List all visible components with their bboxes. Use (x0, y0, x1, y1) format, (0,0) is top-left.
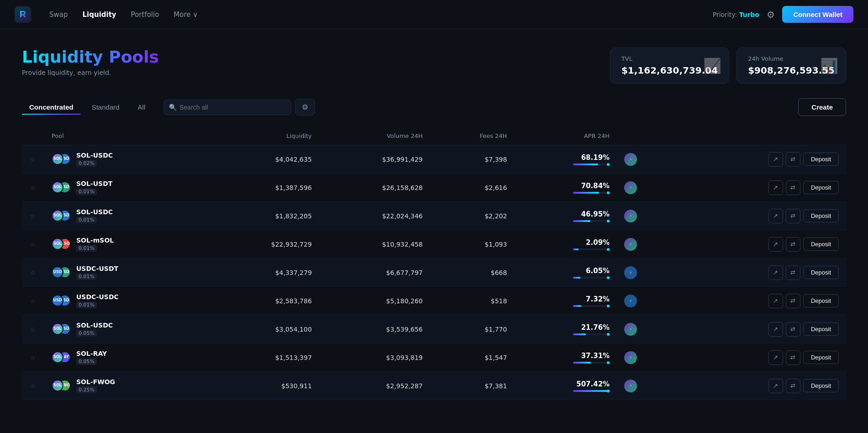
star-button[interactable]: ☆ (29, 353, 37, 362)
swap-button[interactable]: ⇄ (786, 237, 800, 252)
star-button[interactable]: ☆ (29, 325, 37, 334)
apr-value: 6.05% (586, 267, 610, 275)
reward-icon: ⚡ (624, 210, 637, 222)
swap-button[interactable]: ⇄ (786, 294, 800, 308)
action-cell: ↗ ⇄ Deposit (676, 202, 846, 230)
token-icon-1: USD (52, 295, 63, 306)
star-button[interactable]: ☆ (29, 268, 37, 277)
chart-button[interactable]: ↗ (768, 180, 783, 195)
th-liquidity: Liquidity (208, 127, 319, 145)
pool-cell: SOL mSO SOL-mSOL 0.01% (44, 230, 208, 259)
star-button[interactable]: ☆ (29, 240, 37, 249)
reward-icon: ⚡ (624, 295, 637, 307)
nav-liquidity[interactable]: Liquidity (83, 11, 116, 19)
settings-button[interactable]: ⚙ (767, 9, 775, 20)
th-fees: Fees 24H (430, 127, 515, 145)
tvl-card: TVL $1,162,630,739.04 📈 (610, 48, 729, 84)
nav-more[interactable]: More ∨ (174, 11, 198, 19)
liquidity-cell: $530,911 (208, 372, 319, 400)
tab-all[interactable]: All (131, 100, 153, 115)
swap-button[interactable]: ⇄ (786, 265, 800, 280)
reward-cell: ⚡ (617, 372, 675, 400)
tab-standard[interactable]: Standard (84, 100, 127, 115)
nav-swap[interactable]: Swap (49, 11, 68, 19)
swap-button[interactable]: ⇄ (786, 180, 800, 195)
swap-button[interactable]: ⇄ (786, 152, 800, 167)
token-icon-1: USD (52, 266, 63, 278)
token-icons: USD USD (52, 266, 72, 279)
priority-value: Turbo (739, 11, 760, 18)
deposit-button[interactable]: Deposit (803, 266, 839, 279)
chart-button[interactable]: ↗ (768, 322, 783, 337)
token-icon-1: SOL (52, 181, 63, 193)
pool-name: USDC-USDC (76, 293, 119, 301)
pool-name: SOL-USDC (76, 322, 113, 329)
apr-cell: 2.09% (514, 230, 617, 259)
reward-icon: ⚡ (624, 351, 637, 364)
star-button[interactable]: ☆ (29, 211, 37, 221)
deposit-button[interactable]: Deposit (803, 379, 839, 392)
token-icons: SOL USD (52, 210, 72, 222)
deposit-button[interactable]: Deposit (803, 153, 839, 166)
star-button[interactable]: ☆ (29, 381, 37, 391)
swap-button[interactable]: ⇄ (786, 379, 800, 393)
swap-button[interactable]: ⇄ (786, 209, 800, 223)
apr-cell: 21.76% (514, 315, 617, 343)
deposit-button[interactable]: Deposit (803, 294, 839, 307)
pool-cell: USD USD USDC-USDC 0.01% (44, 287, 208, 315)
volume-cell: $36,991,429 (319, 145, 430, 174)
star-button[interactable]: ☆ (29, 155, 37, 164)
chart-button[interactable]: ↗ (768, 294, 783, 308)
pool-name-wrap: SOL-USDC 0.02% (76, 152, 113, 167)
table-row: ☆ SOL USD SOL-USDC 0.01% $1,832,205 $22,… (22, 202, 846, 230)
apr-bar-wrap (573, 390, 610, 392)
tab-concentrated[interactable]: Concentrated (22, 100, 81, 115)
pool-fee: 0.05% (76, 358, 97, 365)
volume-cell: $3,539,656 (319, 315, 430, 343)
swap-button[interactable]: ⇄ (786, 322, 800, 337)
nav-links: Swap Liquidity Portfolio More ∨ (49, 11, 713, 19)
chart-button[interactable]: ↗ (768, 265, 783, 280)
chart-button[interactable]: ↗ (768, 350, 783, 365)
token-icon-1: SOL (52, 210, 63, 222)
deposit-button[interactable]: Deposit (803, 322, 839, 336)
apr-bar-wrap (573, 305, 610, 307)
star-cell: ☆ (22, 343, 44, 372)
fees-cell: $2,616 (430, 174, 515, 202)
apr-dot (607, 163, 610, 166)
deposit-button[interactable]: Deposit (803, 238, 839, 251)
apr-bar (573, 362, 590, 364)
chart-button[interactable]: ↗ (768, 379, 783, 393)
deposit-button[interactable]: Deposit (803, 181, 839, 194)
th-actions (617, 127, 675, 145)
filter-button[interactable]: ⚙ (295, 99, 315, 116)
liquidity-cell: $1,513,397 (208, 343, 319, 372)
nav-portfolio[interactable]: Portfolio (131, 11, 159, 19)
create-button[interactable]: Create (798, 98, 846, 116)
star-button[interactable]: ☆ (29, 183, 37, 192)
star-button[interactable]: ☆ (29, 296, 37, 306)
pool-name-wrap: USDC-USDC 0.01% (76, 293, 119, 308)
volume-cell: $2,952,287 (319, 372, 430, 400)
chart-button[interactable]: ↗ (768, 152, 783, 167)
th-apr: APR 24H (514, 127, 617, 145)
svg-text:R: R (20, 9, 26, 19)
apr-cell: 46.95% (514, 202, 617, 230)
deposit-button[interactable]: Deposit (803, 209, 839, 222)
stats-cards: TVL $1,162,630,739.04 📈 24h Volume $908,… (610, 48, 846, 84)
volume-cell: $3,093,819 (319, 343, 430, 372)
table-row: ☆ SOL USD SOL-USDC 0.05% $3,054,100 $3,5… (22, 315, 846, 343)
pool-name: SOL-USDC (76, 208, 113, 216)
chart-button[interactable]: ↗ (768, 209, 783, 223)
swap-button[interactable]: ⇄ (786, 350, 800, 365)
logo[interactable]: R (15, 6, 31, 23)
search-input[interactable] (163, 100, 291, 115)
connect-wallet-button[interactable]: Connect Wallet (782, 6, 853, 23)
table-row: ☆ SOL USD SOL-USDC 0.02% $4,042,635 $36,… (22, 145, 846, 174)
liquidity-cell: $2,583,786 (208, 287, 319, 315)
reward-icon: ⚡ (624, 266, 637, 279)
deposit-button[interactable]: Deposit (803, 351, 839, 364)
chart-button[interactable]: ↗ (768, 237, 783, 252)
action-buttons: ↗ ⇄ Deposit (683, 209, 839, 223)
reward-cell: ⚡ (617, 174, 675, 202)
